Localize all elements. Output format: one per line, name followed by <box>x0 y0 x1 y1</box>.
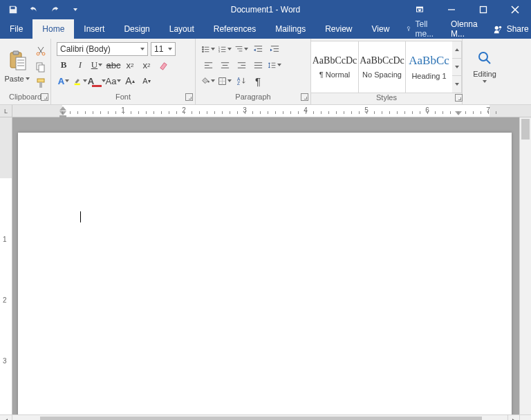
justify-button[interactable] <box>251 58 265 72</box>
subscript-button[interactable]: x2 <box>123 58 137 72</box>
svg-rect-21 <box>39 82 42 88</box>
group-paragraph-label: Paragraph <box>235 93 270 101</box>
tab-design[interactable]: Design <box>114 19 159 39</box>
tab-selector[interactable]: L <box>0 105 12 117</box>
grow-font-button[interactable]: A▴ <box>123 74 137 88</box>
numbering-button[interactable]: 123 <box>218 42 232 56</box>
text-cursor <box>80 211 81 222</box>
font-name-combo[interactable]: Calibri (Body) <box>57 42 148 56</box>
increase-indent-button[interactable] <box>268 42 281 56</box>
svg-text:3: 3 <box>218 50 221 53</box>
ribbon-display-icon[interactable] <box>404 0 436 19</box>
line-spacing-button[interactable] <box>268 58 281 72</box>
clear-formatting-icon[interactable] <box>156 58 170 72</box>
underline-button[interactable]: U <box>90 58 104 72</box>
page[interactable] <box>18 133 512 414</box>
svg-rect-19 <box>39 65 44 72</box>
undo-icon[interactable] <box>25 1 43 18</box>
svg-rect-3 <box>481 7 487 13</box>
maximize-button[interactable] <box>467 0 499 19</box>
right-indent-marker[interactable] <box>455 111 462 115</box>
svg-rect-7 <box>409 29 409 31</box>
hscroll-right-arrow[interactable] <box>507 415 519 420</box>
italic-button[interactable]: I <box>73 58 87 72</box>
decrease-indent-button[interactable] <box>251 42 265 56</box>
editing-label[interactable]: Editing <box>473 70 496 78</box>
svg-point-9 <box>499 26 501 29</box>
document-area[interactable] <box>12 117 519 414</box>
hscroll-left-arrow[interactable] <box>0 415 12 420</box>
tab-home[interactable]: Home <box>32 19 74 39</box>
paste-button[interactable] <box>8 50 27 73</box>
bullets-button[interactable] <box>201 42 215 56</box>
change-case-button[interactable]: Aa <box>106 74 120 88</box>
superscript-button[interactable]: x2 <box>140 58 153 72</box>
align-left-button[interactable] <box>201 58 215 72</box>
align-center-button[interactable] <box>218 58 232 72</box>
shading-button[interactable] <box>201 74 215 88</box>
multilevel-list-button[interactable] <box>234 42 248 56</box>
horizontal-scrollbar[interactable] <box>12 415 496 420</box>
qat-customize-icon[interactable] <box>66 1 84 18</box>
sort-button[interactable]: AZ <box>234 74 248 88</box>
align-right-button[interactable] <box>234 58 248 72</box>
vertical-scrollbar[interactable] <box>519 117 531 414</box>
group-clipboard-label: Clipboard <box>9 93 41 101</box>
borders-button[interactable] <box>218 74 232 88</box>
styles-scroll-down[interactable] <box>452 59 462 76</box>
svg-point-23 <box>202 46 203 48</box>
svg-rect-12 <box>16 57 26 70</box>
account-name[interactable]: Olenna M... <box>444 19 485 39</box>
horizontal-ruler[interactable]: 1234567 <box>12 105 531 117</box>
close-button[interactable] <box>499 0 531 19</box>
format-painter-icon[interactable] <box>34 76 48 90</box>
group-font-label: Font <box>115 93 131 101</box>
style-heading-1[interactable]: AaBbCcHeading 1 <box>405 41 452 93</box>
svg-point-27 <box>202 50 203 52</box>
svg-point-8 <box>494 26 498 30</box>
group-styles-label: Styles <box>376 93 397 102</box>
style-normal[interactable]: AaBbCcDc¶ Normal <box>311 41 358 93</box>
svg-rect-20 <box>37 79 44 82</box>
font-color-button[interactable]: A <box>90 74 104 88</box>
tab-layout[interactable]: Layout <box>160 19 204 39</box>
styles-dialog-launcher[interactable] <box>455 94 463 102</box>
highlight-button[interactable] <box>73 74 87 88</box>
style-no-spacing[interactable]: AaBbCcDcNo Spacing <box>358 41 405 93</box>
shrink-font-button[interactable]: A▾ <box>140 74 153 88</box>
svg-rect-1 <box>417 7 423 8</box>
tab-review[interactable]: Review <box>315 19 362 39</box>
font-size-combo[interactable]: 11 <box>151 42 176 56</box>
show-hide-button[interactable]: ¶ <box>251 74 265 88</box>
share-button[interactable]: Share <box>485 24 531 34</box>
styles-more[interactable] <box>452 76 462 93</box>
tab-file[interactable]: File <box>0 19 32 39</box>
text-effects-button[interactable]: A <box>57 74 71 88</box>
svg-rect-22 <box>75 83 80 84</box>
svg-point-25 <box>202 48 203 50</box>
save-icon[interactable] <box>4 1 22 18</box>
svg-point-16 <box>37 52 39 55</box>
first-line-indent-marker[interactable] <box>59 106 66 111</box>
paste-label[interactable]: Paste <box>4 75 29 83</box>
svg-point-60 <box>207 81 209 82</box>
svg-line-67 <box>486 59 490 64</box>
copy-icon[interactable] <box>34 60 48 74</box>
minimize-button[interactable] <box>436 0 467 19</box>
tab-insert[interactable]: Insert <box>74 19 114 39</box>
tell-me-search[interactable]: Tell me... <box>399 19 444 39</box>
find-button[interactable] <box>477 50 492 68</box>
vertical-ruler[interactable]: 123 <box>0 117 12 414</box>
styles-scroll-up[interactable] <box>452 41 462 59</box>
paragraph-dialog-launcher[interactable] <box>301 93 308 101</box>
clipboard-dialog-launcher[interactable] <box>41 93 48 101</box>
font-dialog-launcher[interactable] <box>185 93 193 101</box>
redo-icon[interactable] <box>46 1 64 18</box>
bold-button[interactable]: B <box>57 58 71 72</box>
tab-view[interactable]: View <box>362 19 400 39</box>
cut-icon[interactable] <box>34 44 48 58</box>
tab-references[interactable]: References <box>204 19 266 39</box>
svg-text:Z: Z <box>236 81 239 86</box>
tab-mailings[interactable]: Mailings <box>266 19 315 39</box>
strikethrough-button[interactable]: abc <box>106 58 120 72</box>
